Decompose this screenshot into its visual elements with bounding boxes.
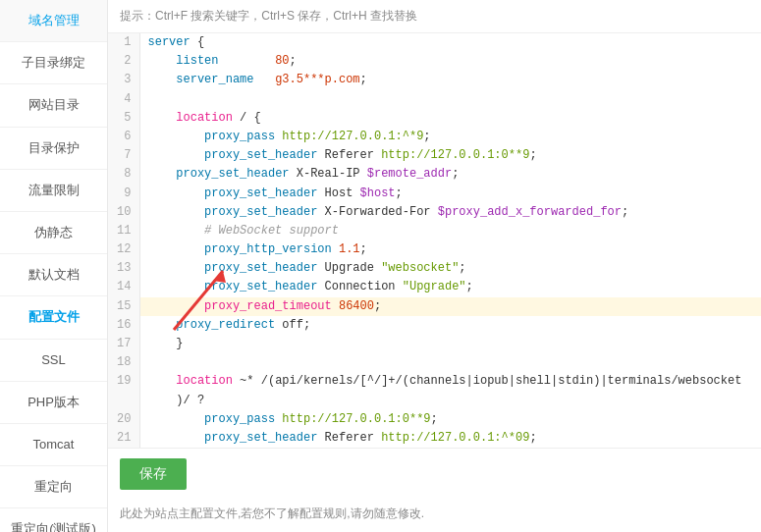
sidebar-item-redirect-test[interactable]: 重定向(测试版): [0, 508, 107, 532]
table-row: 17 }: [108, 335, 761, 353]
sidebar-item-dirprotect[interactable]: 目录保护: [0, 128, 107, 170]
line-content: proxy_redirect off;: [139, 316, 761, 335]
line-content: # WebSocket support: [139, 222, 761, 240]
line-num: 1: [108, 33, 139, 52]
line-num: 12: [108, 240, 139, 259]
code-editor[interactable]: 1 server { 2 listen 80; 3 server_name g3…: [108, 33, 761, 448]
line-content: }: [139, 335, 761, 353]
table-row: 12 proxy_http_version 1.1;: [108, 240, 761, 259]
line-content: proxy_pass http://127.0.0.1:^*9;: [139, 128, 761, 146]
code-table: 1 server { 2 listen 80; 3 server_name g3…: [108, 33, 761, 448]
table-row: 10 proxy_set_header X-Forwarded-For $pro…: [108, 203, 761, 222]
line-content: server_name g3.5***p.com;: [139, 71, 761, 89]
table-row: 2 listen 80;: [108, 52, 761, 71]
line-num: 17: [108, 335, 139, 353]
sidebar-item-rewrite[interactable]: 伪静态: [0, 212, 107, 254]
line-num: 9: [108, 185, 139, 203]
sidebar-item-redirect[interactable]: 重定向: [0, 466, 107, 508]
table-row: 1 server {: [108, 33, 761, 52]
sidebar-item-config[interactable]: 配置文件: [0, 296, 107, 339]
table-row: 16 proxy_redirect off;: [108, 316, 761, 335]
line-content: [139, 353, 761, 372]
table-row: 8 proxy_set_header X-Real-IP $remote_add…: [108, 165, 761, 184]
table-row: 20 proxy_pass http://127.0.0.1:0**9;: [108, 410, 761, 429]
sidebar: 域名管理 子目录绑定 网站目录 目录保护 流量限制 伪静态 默认文档 配置文件 …: [0, 0, 108, 532]
line-num: 10: [108, 203, 139, 222]
line-content: proxy_set_header X-Forwarded-For $proxy_…: [139, 203, 761, 222]
sidebar-item-domain[interactable]: 域名管理: [0, 0, 107, 42]
line-num: 6: [108, 128, 139, 146]
table-row: 5 location / {: [108, 109, 761, 128]
table-row: 19 location ~* /(api/kernels/[^/]+/(chan…: [108, 372, 761, 409]
line-content: proxy_set_header Connection "Upgrade";: [139, 278, 761, 296]
line-content: server {: [139, 33, 761, 52]
sidebar-item-traffic[interactable]: 流量限制: [0, 170, 107, 212]
hint-bar: 提示：Ctrl+F 搜索关键字，Ctrl+S 保存，Ctrl+H 查找替换: [108, 0, 761, 33]
table-row: 21 proxy_set_header Referer http://127.0…: [108, 429, 761, 448]
line-num: 18: [108, 353, 139, 372]
line-num: 7: [108, 146, 139, 165]
bottom-note-text: 此处为站点主配置文件,若您不了解配置规则,请勿随意修改.: [120, 506, 424, 520]
line-content: proxy_pass http://127.0.0.1:0**9;: [139, 410, 761, 429]
line-num: 15: [108, 297, 139, 316]
bottom-note: 此处为站点主配置文件,若您不了解配置规则,请勿随意修改.: [108, 500, 761, 532]
table-row: 7 proxy_set_header Referer http://127.0.…: [108, 146, 761, 165]
line-content: proxy_set_header Host $host;: [139, 185, 761, 203]
table-row: 4: [108, 90, 761, 109]
line-num: 8: [108, 165, 139, 184]
sidebar-item-default-doc[interactable]: 默认文档: [0, 254, 107, 296]
line-content: proxy_set_header Referer http://127.0.0.…: [139, 146, 761, 165]
line-content: [139, 90, 761, 109]
line-num: 19: [108, 372, 139, 409]
sidebar-item-ssl[interactable]: SSL: [0, 340, 107, 382]
line-num: 3: [108, 71, 139, 89]
table-row: 6 proxy_pass http://127.0.0.1:^*9;: [108, 128, 761, 146]
line-content: proxy_set_header X-Real-IP $remote_addr;: [139, 165, 761, 184]
table-row: 11 # WebSocket support: [108, 222, 761, 240]
line-num: 16: [108, 316, 139, 335]
save-area: 保存: [108, 448, 761, 500]
line-content: proxy_set_header Referer http://127.0.0.…: [139, 429, 761, 448]
line-num: 14: [108, 278, 139, 296]
line-content: proxy_read_timeout 86400;: [139, 297, 761, 316]
table-row: 13 proxy_set_header Upgrade "websocket";: [108, 259, 761, 278]
line-num: 20: [108, 410, 139, 429]
table-row: 14 proxy_set_header Connection "Upgrade"…: [108, 278, 761, 296]
line-content: proxy_http_version 1.1;: [139, 240, 761, 259]
table-row-highlighted: 15 proxy_read_timeout 86400;: [108, 297, 761, 316]
line-content: proxy_set_header Upgrade "websocket";: [139, 259, 761, 278]
line-num: 13: [108, 259, 139, 278]
hint-text: 提示：Ctrl+F 搜索关键字，Ctrl+S 保存，Ctrl+H 查找替换: [120, 9, 417, 23]
sidebar-item-php[interactable]: PHP版本: [0, 382, 107, 424]
table-row: 9 proxy_set_header Host $host;: [108, 185, 761, 203]
line-num: 11: [108, 222, 139, 240]
line-content: location ~* /(api/kernels/[^/]+/(channel…: [139, 372, 761, 409]
sidebar-item-subdir[interactable]: 子目录绑定: [0, 42, 107, 84]
table-row: 3 server_name g3.5***p.com;: [108, 71, 761, 89]
line-content: location / {: [139, 109, 761, 128]
sidebar-item-webdir[interactable]: 网站目录: [0, 84, 107, 127]
table-row: 18: [108, 353, 761, 372]
line-num: 5: [108, 109, 139, 128]
line-content: listen 80;: [139, 52, 761, 71]
line-num: 21: [108, 429, 139, 448]
save-button[interactable]: 保存: [120, 458, 187, 490]
sidebar-item-tomcat[interactable]: Tomcat: [0, 424, 107, 466]
main-content: 提示：Ctrl+F 搜索关键字，Ctrl+S 保存，Ctrl+H 查找替换 1 …: [108, 0, 761, 532]
line-num: 2: [108, 52, 139, 71]
line-num: 4: [108, 90, 139, 109]
